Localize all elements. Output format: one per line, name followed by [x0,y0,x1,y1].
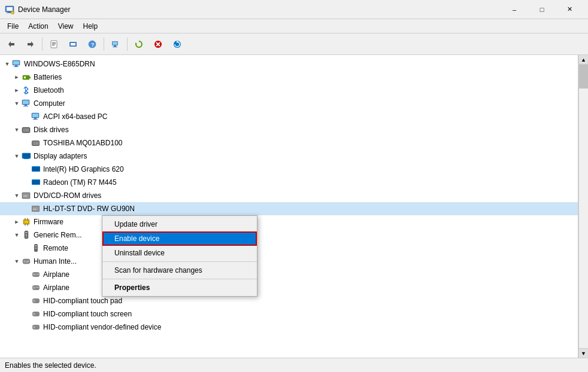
expand-firmware[interactable]: ► [12,217,22,227]
svg-point-55 [37,143,38,144]
tree-item-remote[interactable]: Remote [0,242,578,255]
expand-airplane2 [22,283,31,292]
expand-intel [22,164,31,174]
show-computer-button[interactable] [107,35,125,53]
tree-item-batteries[interactable]: ► Batteries [0,71,578,84]
acpi-icon [31,112,41,121]
app-icon: ⚙ [5,5,14,14]
tree-item-hidtouchpad[interactable]: HID-compliant touch pad [0,294,578,307]
intel-label: Intel(R) HD Graphics 620 [43,165,124,173]
svg-marker-7 [28,41,34,47]
tree-item-bluetooth[interactable]: ► Bluetooth [0,84,578,97]
scan-button[interactable] [130,35,148,53]
expand-displayadapters[interactable]: ▼ [12,151,22,161]
menu-view[interactable]: View [53,20,78,33]
expand-diskdrives[interactable]: ▼ [12,125,22,135]
tree-item-hid[interactable]: ▼ Human Inte... [0,255,578,268]
tree-item-hidtouchscreen[interactable]: HID-compliant touch screen [0,307,578,321]
radeon-label: Radeon (TM) R7 M445 [43,178,117,187]
scroll-up-button[interactable]: ▲ [579,55,588,65]
expand-computer[interactable]: ▼ [12,99,22,108]
remove-button[interactable] [149,35,167,53]
ctx-properties[interactable]: Properties [102,280,257,295]
monitor-icon [22,99,31,108]
toshiba-label: TOSHIBA MQ01ABD100 [43,139,123,147]
toolbar-separator-2 [104,38,104,51]
expand-genericremote[interactable]: ▼ [12,230,22,240]
remote-label: Remote [43,244,68,252]
device-tree[interactable]: ▼ WINDOWS-E865DRN ► [0,55,578,358]
tree-item-root[interactable]: ▼ WINDOWS-E865DRN [0,57,578,71]
refresh-button[interactable] [168,35,186,53]
svg-point-51 [27,130,28,131]
tree-item-acpi[interactable]: ACPI x64-based PC [0,110,578,123]
svg-rect-76 [25,232,28,233]
hid-icon [22,257,31,266]
ctx-enable-device[interactable]: Enable device [102,231,257,246]
ctx-separator-1 [102,261,257,262]
svg-rect-46 [34,118,37,119]
expand-hidtouchscreen [22,309,31,319]
tree-item-genericremote[interactable]: ▼ Generic Rem... [0,228,578,242]
back-button[interactable] [2,35,20,53]
svg-point-81 [35,248,37,249]
tree-item-hidvendor[interactable]: HID-compliant vendor-defined device [0,321,578,334]
forward-button[interactable] [22,35,40,53]
svg-rect-85 [26,262,28,263]
dvdrom-label: DVD/CD-ROM drives [34,191,101,200]
svg-rect-13 [71,43,75,45]
tree-item-diskdrives[interactable]: ▼ Disk drives [0,123,578,136]
svg-rect-19 [113,47,117,47]
svg-rect-27 [13,61,19,65]
hid-label: Human Inte... [34,257,77,266]
svg-rect-80 [35,245,37,246]
update-button[interactable] [64,35,82,53]
tree-item-dvdrom[interactable]: ▼ DVD/CD-ROM drives [0,189,578,202]
tree-item-firmware[interactable]: ► Firmware [0,215,578,228]
expand-root[interactable]: ▼ [2,59,12,69]
vertical-scrollbar[interactable]: ▲ ▼ [578,55,588,358]
help-button[interactable]: ? [83,35,101,53]
expand-hid[interactable]: ▼ [12,257,22,266]
expand-batteries[interactable]: ► [12,72,22,82]
ctx-update-driver[interactable]: Update driver [102,217,257,231]
svg-rect-65 [23,196,27,197]
svg-rect-60 [32,167,40,171]
bluetooth-icon [22,86,31,95]
scroll-thumb[interactable] [579,65,588,89]
device-tree-panel: ▼ WINDOWS-E865DRN ► [0,55,578,358]
tree-item-computer[interactable]: ▼ Computer [0,97,578,110]
svg-text:⚙: ⚙ [11,11,14,14]
svg-rect-45 [32,114,38,117]
menu-file[interactable]: File [2,20,23,33]
diskdrives-icon [22,125,31,135]
toolbar: ? [0,33,588,55]
tree-item-intel[interactable]: Intel(R) HD Graphics 620 [0,163,578,176]
svg-rect-18 [114,45,116,47]
tree-item-airplane1[interactable]: Airplane [0,268,578,281]
tree-item-toshiba[interactable]: TOSHIBA MQ01ABD100 [0,136,578,150]
svg-point-78 [26,236,27,237]
tree-item-radeon[interactable]: Radeon (TM) R7 M445 [0,176,578,189]
svg-rect-28 [15,65,17,66]
tree-item-displayadapters[interactable]: ▼ Display adapters [0,150,578,163]
properties-button[interactable] [45,35,63,53]
tree-item-hldt[interactable]: HL-DT-ST DVD- RW GU90N [0,202,578,215]
main-area: ▼ WINDOWS-E865DRN ► [0,55,588,358]
hldt-label: HL-DT-ST DVD- RW GU90N [43,205,135,213]
menu-action[interactable]: Action [23,20,53,33]
menu-help[interactable]: Help [78,20,103,33]
maximize-button[interactable]: □ [528,0,556,19]
ctx-scan-hardware[interactable]: Scan for hardware changes [102,263,257,278]
ctx-uninstall-device[interactable]: Uninstall device [102,246,257,260]
tree-item-airplane2[interactable]: Airplane [0,281,578,294]
displayadapters-icon [22,151,31,161]
expand-bluetooth[interactable]: ► [12,86,22,95]
svg-rect-42 [25,105,27,106]
expand-dvdrom[interactable]: ▼ [12,191,22,200]
minimize-button[interactable]: – [501,0,528,19]
window-controls: – □ ✕ [501,0,583,19]
svg-point-95 [33,313,35,315]
close-button[interactable]: ✕ [556,0,583,19]
scroll-down-button[interactable]: ▼ [579,348,588,358]
